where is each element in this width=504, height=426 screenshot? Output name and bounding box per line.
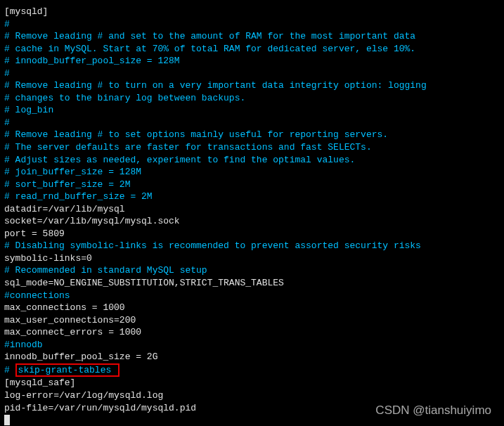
comment-line: # Disabling symbolic-links is recommende…	[4, 240, 500, 252]
section-header-mysqld: [mysqld]	[4, 6, 500, 18]
terminal-editor[interactable]: [mysqld] # # Remove leading # and set to…	[4, 6, 500, 426]
comment-line: # read_rnd_buffer_size = 2M	[4, 191, 500, 203]
comment-innodb: #innodb	[4, 339, 500, 351]
config-max-user-connections: max_user_connections=200	[4, 314, 500, 327]
comment-line: # Remove leading # and set to the amount…	[4, 30, 500, 43]
comment-line: # changes to the binary log between back…	[4, 92, 500, 105]
comment-line: # Adjust sizes as needed, experiment to …	[4, 154, 500, 167]
comment-connections: #connections	[4, 290, 500, 302]
config-datadir: datadir=/var/lib/mysql	[4, 203, 500, 216]
watermark: CSDN @tianshuiyimo	[375, 403, 491, 419]
config-log-error: log-error=/var/log/mysqld.log	[4, 389, 500, 402]
comment-line: #	[4, 117, 500, 129]
config-skip-grant-tables-line: # skip-grant-tables	[4, 363, 500, 377]
config-symbolic-links: symbolic-links=0	[4, 252, 500, 265]
comment-line: # Recommended in standard MySQL setup	[4, 264, 500, 277]
cursor	[4, 415, 10, 425]
comment-line: # cache in MySQL. Start at 70% of total …	[4, 43, 500, 56]
config-innodb-buffer-pool: innodb_buffer_pool_size = 2G	[4, 351, 500, 363]
comment-line: #	[4, 18, 500, 31]
comment-line: # Remove leading # to set options mainly…	[4, 129, 500, 141]
config-max-connect-errors: max_connect_errors = 1000	[4, 326, 500, 339]
comment-line: # innodb_buffer_pool_size = 128M	[4, 55, 500, 67]
config-max-connections: max_connections = 1000	[4, 302, 500, 314]
comment-hash: #	[4, 365, 15, 375]
comment-line: # log_bin	[4, 104, 500, 117]
skip-grant-tables-highlight: skip-grant-tables	[15, 363, 119, 377]
config-sql-mode: sql_mode=NO_ENGINE_SUBSTITUTION,STRICT_T…	[4, 277, 500, 290]
comment-line: # Remove leading # to turn on a very imp…	[4, 79, 500, 92]
config-socket: socket=/var/lib/mysql/mysql.sock	[4, 215, 500, 228]
comment-line: #	[4, 67, 500, 80]
config-port: port = 5809	[4, 228, 500, 240]
comment-line: # The server defaults are faster for tra…	[4, 141, 500, 154]
section-header-mysqld-safe: [mysqld_safe]	[4, 377, 500, 389]
comment-line: # sort_buffer_size = 2M	[4, 179, 500, 191]
comment-line: # join_buffer_size = 128M	[4, 166, 500, 179]
